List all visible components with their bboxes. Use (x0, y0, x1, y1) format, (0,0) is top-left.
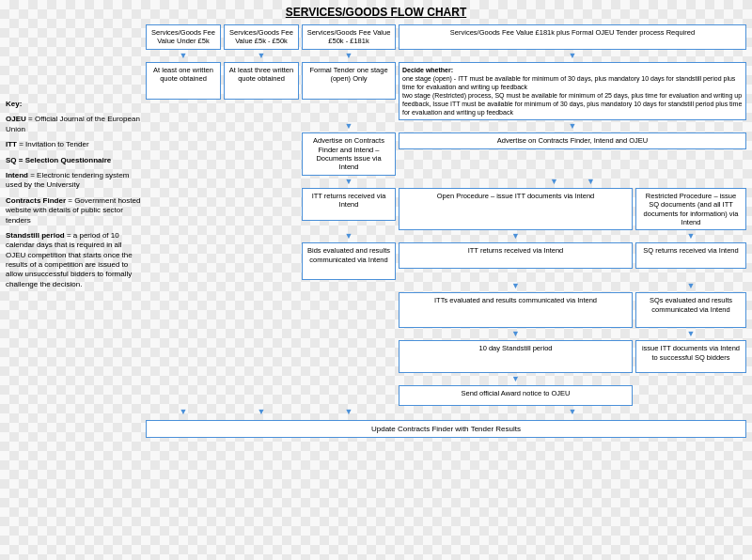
bottom-bar: Update Contracts Finder with Tender Resu… (146, 420, 746, 438)
decide-box: Decide whether: one stage (open) - ITT m… (399, 62, 746, 121)
key-legend: Key: OJEU = Official Journal of the Euro… (6, 24, 142, 438)
arrow-col3-3: ▼ (345, 178, 353, 186)
arrow-col3-2: ▼ (345, 122, 353, 131)
sq-evaluated: SQs evaluated and results communicated v… (635, 292, 746, 328)
arrow-col4: ▼ (569, 52, 577, 60)
arrow-open-5: ▼ (511, 282, 520, 290)
header-col4: Services/Goods Fee Value £181k plus Form… (399, 24, 746, 50)
arrow-bottom-2: ▼ (258, 408, 266, 416)
arrow-open-4: ▼ (511, 232, 520, 241)
header-col2: Services/Goods Fee Value £5k - £50k (224, 24, 299, 50)
arrow-open-7: ▼ (511, 375, 520, 383)
formal-tender: Formal Tender one stage (open) Only (302, 62, 396, 100)
sq-returns: SQ returns received via Intend (635, 242, 746, 269)
arrow-col1: ▼ (180, 52, 188, 60)
advertise-col3: Advertise on Contracts Finder and Intend… (302, 132, 396, 176)
arrow-bottom-3: ▼ (345, 408, 353, 416)
award-notice: Send official Award notice to OJEU (399, 385, 633, 406)
itts-evaluated: ITTs evaluated and results communicated … (399, 292, 633, 328)
arrow-restricted-6: ▼ (687, 330, 696, 338)
arrow-bottom-1: ▼ (180, 408, 188, 416)
key-label: Key: (6, 100, 22, 108)
restricted-procedure: Restricted Procedure – issue SQ document… (635, 188, 746, 231)
arrow-open-6: ▼ (511, 330, 520, 338)
header-col3: Services/Goods Fee Value £50k - £181k (302, 24, 396, 50)
arrow-col3-4: ▼ (345, 232, 353, 241)
arrow-restricted-5: ▼ (687, 282, 696, 290)
arrow-open-proc: ▼ (550, 178, 558, 186)
quote-col1: At least one written quote obtained (146, 62, 221, 100)
standstill-period: 10 day Standstill period (399, 340, 633, 373)
arrow-col2: ▼ (258, 52, 266, 60)
arrow-col4-2: ▼ (569, 122, 577, 131)
arrow-restricted: ▼ (587, 178, 595, 186)
quote-col2: At least three written quote obtained (224, 62, 299, 100)
advertise-col4: Advertise on Contracts Finder, Intend an… (399, 132, 746, 148)
header-col1: Services/Goods Fee Value Under £5k (146, 24, 221, 50)
issue-itt-col5: issue ITT documents via Intend to succes… (635, 340, 746, 373)
arrow-col3: ▼ (345, 52, 353, 60)
arrow-restricted-4: ▼ (687, 232, 696, 241)
page-title: SERVICES/GOODS FLOW CHART (6, 6, 746, 19)
itt-returns-col4: ITT returns received via Intend (399, 242, 633, 269)
itt-returns-col3: ITT returns received via Intend (302, 188, 396, 221)
arrow-bottom-4: ▼ (569, 408, 577, 416)
bids-evaluated: Bids evaluated and results communicated … (302, 242, 396, 280)
open-procedure: Open Procedure – issue ITT documents via… (399, 188, 633, 231)
